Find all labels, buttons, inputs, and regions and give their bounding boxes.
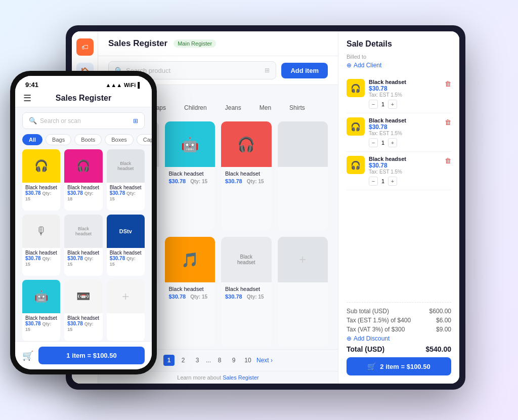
list-item[interactable]: 🤖 Black headset $30.78 Qty: 15 <box>22 280 60 341</box>
subtotal-label: Sub total (USD) <box>347 308 389 315</box>
product-name: Black headset <box>67 185 99 190</box>
product-info: Black headset $30.78 Qty: 18 <box>64 183 102 203</box>
list-item[interactable]: 🎧 Black headset $30.78 Qty: 15 <box>22 149 60 211</box>
sale-item-3: 🎧 Black headset $30.78 Tax: EST 1.5% − 1… <box>347 152 451 190</box>
phone-filter-tabs: All Bags Boots Boxes Caps C <box>15 134 152 149</box>
tab-children[interactable]: Children <box>177 102 214 113</box>
total-row: Total (USD) $540.00 <box>347 345 451 353</box>
list-item[interactable]: Blackheadset Black headset $30.78 Qty: 1… <box>107 149 145 211</box>
sale-totals: Sub total (USD) $600.00 Tax (EST 1.5%) o… <box>347 302 451 375</box>
product-image: 🎧 <box>64 149 102 183</box>
billed-to-label: Billed to <box>347 54 451 60</box>
sale-item-name-2: Black headset <box>369 117 441 123</box>
qty-decrease-3[interactable]: − <box>369 177 378 186</box>
sale-item-qty-1: − 1 + <box>369 100 441 109</box>
phone-tab-all[interactable]: All <box>22 134 42 145</box>
table-row[interactable] <box>278 121 328 231</box>
page-9[interactable]: 9 <box>228 355 239 366</box>
product-image: 🎙 <box>22 215 60 248</box>
product-name: Black headset <box>110 250 142 256</box>
ellipsis: ... <box>206 357 211 364</box>
sale-item-tax-1: Tax: EST 1.5% <box>369 92 441 98</box>
hamburger-icon[interactable]: ☰ <box>23 93 31 104</box>
product-info: Black headset $30.78 Qty: 15 <box>22 183 60 203</box>
sale-item-image-3: 🎧 <box>347 156 365 174</box>
sale-item-tax-3: Tax: EST 1.5% <box>369 169 441 175</box>
phone-status-bar: 9:41 ▲▲▲ WiFi ▌ <box>15 76 152 91</box>
list-item[interactable]: 🎧 Black headset $30.78 Qty: 18 <box>64 149 102 211</box>
next-label[interactable]: Next › <box>256 357 273 364</box>
table-row[interactable]: Blackheadset Black headset $30.78 Qty: 1… <box>221 237 272 346</box>
phone-tab-boots[interactable]: Boots <box>74 134 102 145</box>
page-1[interactable]: 1 <box>163 355 175 366</box>
product-price: $30.78 Qty: 15 <box>169 178 211 184</box>
tab-men[interactable]: Men <box>252 102 278 113</box>
tax2-label: Tax (VAT 3%) of $300 <box>347 326 405 333</box>
product-name: Black headset <box>25 315 57 321</box>
page-2[interactable]: 2 <box>178 355 189 366</box>
tax2-value: $9.00 <box>436 326 451 333</box>
total-label: Total (USD) <box>347 345 384 353</box>
tab-jeans[interactable]: Jeans <box>218 102 248 113</box>
product-image: + <box>107 280 145 313</box>
product-price: $30.78 Qty: 18 <box>67 190 99 201</box>
product-name: Black headset <box>25 185 57 190</box>
list-item[interactable]: DStv Black headset $30.78 Qty: 15 <box>107 215 145 276</box>
add-discount-button[interactable]: ⊕ Add Discount <box>347 335 451 342</box>
footer-link[interactable]: Sales Register <box>223 374 259 381</box>
table-row[interactable]: 🤖 Black headset $30.78 Qty: 15 <box>165 121 215 231</box>
list-item[interactable]: + <box>107 280 145 341</box>
delete-item-3[interactable]: 🗑 <box>445 157 451 164</box>
phone-tab-boxes[interactable]: Boxes <box>105 134 134 145</box>
tablet-checkout-button[interactable]: 🛒 2 item = $100.50 <box>347 357 451 375</box>
signal-icon: ▲▲▲ <box>105 82 122 88</box>
add-item-button[interactable]: Add item <box>281 63 328 78</box>
product-image: 📼 <box>64 280 102 313</box>
delete-item-1[interactable]: 🗑 <box>445 80 451 88</box>
product-name: Black headset <box>169 170 211 177</box>
qty-increase-1[interactable]: + <box>388 100 397 109</box>
phone-checkout-button[interactable]: 1 item = $100.50 <box>38 347 145 364</box>
tab-shirts[interactable]: Shirts <box>282 102 312 113</box>
sale-item-1: 🎧 Black headset $30.78 Tax: EST 1.5% − 1… <box>347 75 451 113</box>
phone-products-grid: 🎧 Black headset $30.78 Qty: 15 🎧 Black h… <box>15 149 152 341</box>
phone-tab-bags[interactable]: Bags <box>46 134 71 145</box>
product-image: Blackheadset <box>221 237 272 282</box>
page-8[interactable]: 8 <box>214 355 225 366</box>
battery-icon: ▌ <box>138 82 142 88</box>
product-info: Black headset $30.78 Qty: 15 <box>22 313 60 334</box>
product-image: 🎵 <box>165 237 215 282</box>
phone-search-box[interactable]: 🔍 Search or scan ⊞ <box>22 112 145 129</box>
phone-header: ☰ Sales Register <box>15 91 152 107</box>
sale-item-2: 🎧 Black headset $30.78 Tax: EST 1.5% − 1… <box>347 113 451 152</box>
product-image: Blackheadset <box>107 149 145 183</box>
table-row[interactable]: 🎵 Black headset $30.78 Qty: 15 <box>165 237 215 346</box>
product-name: Black headset <box>25 250 57 256</box>
register-badge: Main Register <box>174 39 216 48</box>
qty-value-3: 1 <box>380 178 386 184</box>
product-image: Blackheadset <box>64 215 102 248</box>
tablet-title: Sales Register <box>108 38 167 49</box>
qty-value-1: 1 <box>380 101 386 107</box>
list-item[interactable]: 📼 Black headset $30.78 Qty: 15 <box>64 280 102 341</box>
add-client-button[interactable]: ⊕ Add Client <box>347 62 451 69</box>
delete-item-2[interactable]: 🗑 <box>445 118 451 126</box>
product-info: Black headset $30.78 Qty: 15 <box>22 248 60 269</box>
page-10[interactable]: 10 <box>242 355 253 366</box>
list-item[interactable]: 🎙 Black headset $30.78 Qty: 15 <box>22 215 60 276</box>
product-info: Black headset $30.78 Qty: 15 <box>221 167 272 187</box>
product-name: Black headset <box>110 185 142 190</box>
qty-decrease-1[interactable]: − <box>369 100 378 109</box>
page-3[interactable]: 3 <box>192 355 203 366</box>
sale-details-title: Sale Details <box>347 39 451 49</box>
list-item[interactable]: Blackheadset Black headset $30.78 Qty: 1… <box>64 215 102 276</box>
table-row[interactable]: 🎧 Black headset $30.78 Qty: 15 <box>221 121 272 231</box>
product-price: $30.78 Qty: 15 <box>67 321 99 332</box>
table-row[interactable]: + <box>278 237 328 346</box>
qty-increase-3[interactable]: + <box>388 177 397 186</box>
search-icon: 🔍 <box>29 117 37 124</box>
qty-decrease-2[interactable]: − <box>369 138 378 147</box>
phone-tab-caps[interactable]: Caps <box>137 134 152 145</box>
product-name: Black headset <box>67 315 99 321</box>
qty-increase-2[interactable]: + <box>388 138 397 147</box>
